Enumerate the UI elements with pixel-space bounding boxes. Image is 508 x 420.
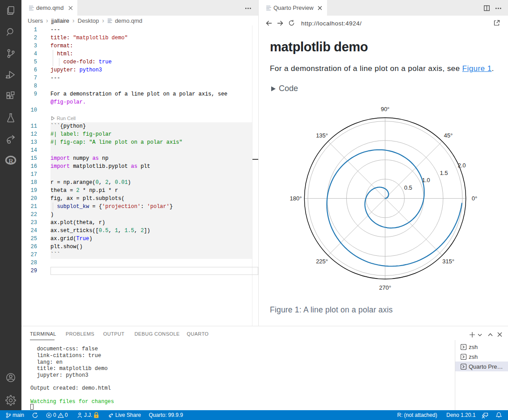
svg-text:225°: 225° <box>316 258 328 265</box>
svg-text:135°: 135° <box>316 132 328 139</box>
svg-text:R: R <box>8 157 14 165</box>
svg-text:180°: 180° <box>290 195 302 202</box>
svg-text:1.0: 1.0 <box>422 177 430 183</box>
svg-text:315°: 315° <box>442 258 454 265</box>
svg-text:2.0: 2.0 <box>458 162 466 169</box>
svg-text:45°: 45° <box>444 132 453 139</box>
svg-text:0°: 0° <box>472 195 477 202</box>
svg-text:0.5: 0.5 <box>404 184 412 191</box>
svg-text:270°: 270° <box>379 284 391 291</box>
svg-text:1.5: 1.5 <box>440 170 448 176</box>
svg-text:90°: 90° <box>381 106 390 112</box>
